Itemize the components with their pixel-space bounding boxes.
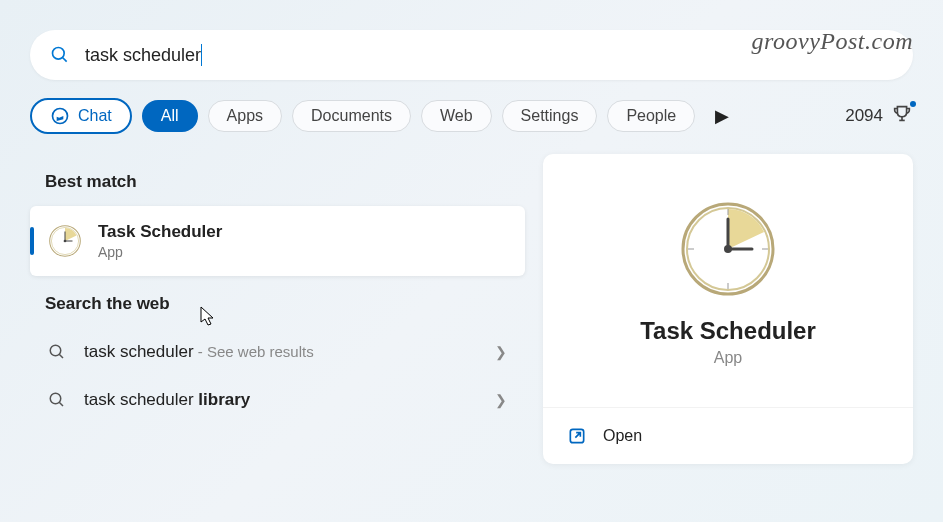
search-input[interactable]: task scheduler bbox=[85, 45, 201, 66]
svg-line-1 bbox=[63, 58, 67, 62]
filter-apps[interactable]: Apps bbox=[208, 100, 282, 132]
best-match-header: Best match bbox=[45, 172, 525, 192]
result-title: Task Scheduler bbox=[98, 222, 222, 242]
details-panel: Task Scheduler App Open bbox=[543, 154, 913, 464]
filter-row: Chat All Apps Documents Web Settings Peo… bbox=[30, 98, 913, 134]
search-icon bbox=[48, 343, 66, 361]
best-match-result[interactable]: Task Scheduler App bbox=[30, 206, 525, 276]
watermark-text: groovyPost.com bbox=[752, 28, 913, 55]
text-cursor bbox=[201, 44, 202, 66]
task-scheduler-hero-icon bbox=[678, 199, 778, 299]
chevron-right-icon: ❯ bbox=[495, 344, 507, 360]
svg-point-0 bbox=[53, 48, 65, 60]
results-panel: Best match Task Scheduler App Search the… bbox=[30, 154, 525, 464]
svg-point-10 bbox=[50, 345, 61, 356]
search-icon bbox=[48, 391, 66, 409]
content-area: Best match Task Scheduler App Search the… bbox=[0, 154, 943, 464]
svg-point-2 bbox=[53, 109, 68, 124]
filter-all[interactable]: All bbox=[142, 100, 198, 132]
web-result-2[interactable]: task scheduler library ❯ bbox=[30, 376, 525, 424]
svg-line-11 bbox=[59, 354, 63, 358]
details-title: Task Scheduler bbox=[640, 317, 816, 345]
task-scheduler-icon bbox=[48, 224, 82, 258]
open-action[interactable]: Open bbox=[543, 407, 913, 464]
open-label: Open bbox=[603, 427, 642, 445]
web-result-text: task scheduler library bbox=[84, 390, 477, 410]
filter-chat[interactable]: Chat bbox=[30, 98, 132, 134]
rewards-area[interactable]: 2094 bbox=[845, 103, 913, 130]
web-result-text: task scheduler - See web results bbox=[84, 342, 477, 362]
bing-chat-icon bbox=[50, 106, 70, 126]
filter-people[interactable]: People bbox=[607, 100, 695, 132]
more-filters-arrow[interactable]: ▶ bbox=[709, 101, 735, 131]
filter-chat-label: Chat bbox=[78, 107, 112, 125]
details-subtitle: App bbox=[714, 349, 742, 367]
result-subtitle: App bbox=[98, 244, 222, 260]
filter-settings[interactable]: Settings bbox=[502, 100, 598, 132]
svg-point-12 bbox=[50, 393, 61, 404]
web-result-1[interactable]: task scheduler - See web results ❯ bbox=[30, 328, 525, 376]
notification-dot bbox=[910, 101, 916, 107]
filter-documents[interactable]: Documents bbox=[292, 100, 411, 132]
svg-line-13 bbox=[59, 402, 63, 406]
rewards-points: 2094 bbox=[845, 106, 883, 126]
chevron-right-icon: ❯ bbox=[495, 392, 507, 408]
search-web-header: Search the web bbox=[45, 294, 525, 314]
search-icon bbox=[50, 45, 70, 65]
filter-web[interactable]: Web bbox=[421, 100, 492, 132]
open-icon bbox=[567, 426, 587, 446]
